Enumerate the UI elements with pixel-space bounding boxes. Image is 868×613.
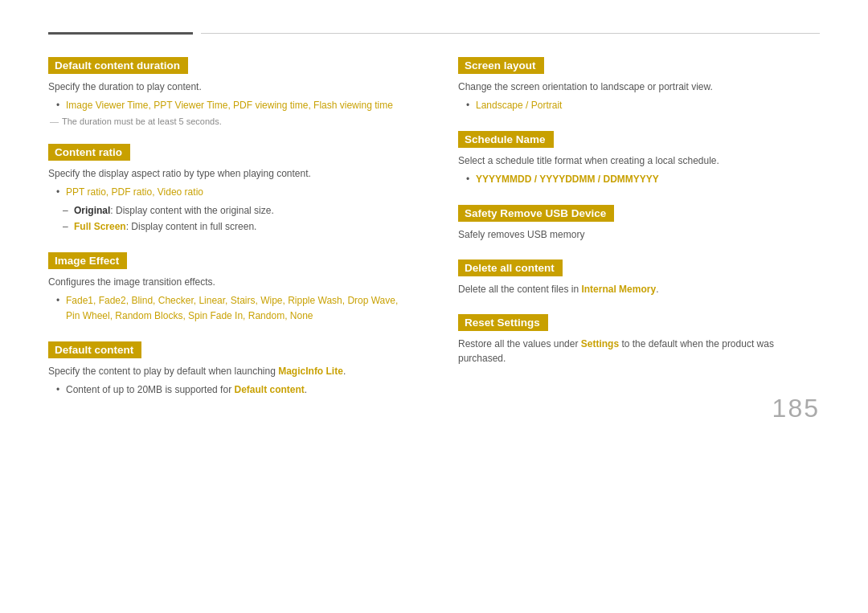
bullet-item-date-formats: YYYYMMDD / YYYYDDMM / DDMMYYYY xyxy=(466,172,820,187)
section-image-effect: Image Effect Configures the image transi… xyxy=(48,252,410,324)
link-settings: Settings xyxy=(581,338,619,349)
bullet-item-ratio: PPT ratio, PDF ratio, Video ratio xyxy=(56,185,410,200)
link-landscape-portrait: Landscape / Portrait xyxy=(476,100,562,111)
section-title-delete-all-content: Delete all content xyxy=(458,260,563,276)
bullet-list-default-content-duration: Image Viewer Time, PPT Viewer Time, PDF … xyxy=(48,98,410,113)
sub-item-original: Original: Display content with the origi… xyxy=(63,203,410,219)
bold-original: Original xyxy=(74,205,110,216)
link-date-formats: YYYYMMDD / YYYYDDMM / DDMMYYYY xyxy=(476,174,659,185)
section-title-screen-layout: Screen layout xyxy=(458,57,544,74)
link-internal-memory: Internal Memory xyxy=(581,284,656,295)
bullet-before: Content of up to 20MB is supported for xyxy=(66,384,234,395)
section-desc-content-ratio: Specify the display aspect ratio by type… xyxy=(48,166,410,181)
section-title-schedule-name: Schedule Name xyxy=(458,131,554,148)
section-desc-screen-layout: Change the screen orientation to landsca… xyxy=(458,80,820,94)
bullet-list-screen-layout: Landscape / Portrait xyxy=(458,98,820,113)
link-magicinfo: MagicInfo Lite xyxy=(278,366,343,377)
section-desc-default-content-duration: Specify the duration to play content. xyxy=(48,80,410,94)
section-schedule-name: Schedule Name Select a schedule title fo… xyxy=(458,131,820,187)
delete-desc-after: . xyxy=(656,284,658,295)
section-title-image-effect: Image Effect xyxy=(48,252,127,269)
link-effects: Fade1, Fade2, Blind, Checker, Linear, St… xyxy=(66,295,398,321)
text-original: : Display content with the original size… xyxy=(110,205,273,216)
bullet-after: . xyxy=(305,384,307,395)
section-default-content-duration: Default content duration Specify the dur… xyxy=(48,57,410,126)
delete-desc-before: Delete all the content files in xyxy=(458,284,581,295)
content-columns: Default content duration Specify the dur… xyxy=(48,57,820,415)
bullet-list-content-ratio: PPT ratio, PDF ratio, Video ratio xyxy=(48,185,410,200)
section-delete-all-content: Delete all content Delete all the conten… xyxy=(458,260,820,296)
section-desc-default-content: Specify the content to play by default w… xyxy=(48,364,410,378)
link-default-content: Default content xyxy=(234,384,304,395)
bullet-item-effects: Fade1, Fade2, Blind, Checker, Linear, St… xyxy=(56,293,410,324)
right-column: Screen layout Change the screen orientat… xyxy=(458,57,820,415)
reset-desc-before: Restore all the values under xyxy=(458,338,581,349)
sub-item-fullscreen: Full Screen: Display content in full scr… xyxy=(63,219,410,235)
section-title-reset-settings: Reset Settings xyxy=(458,314,548,331)
bullet-item-landscape: Landscape / Portrait xyxy=(466,98,820,113)
section-safety-remove-usb: Safety Remove USB Device Safely removes … xyxy=(458,205,820,242)
page-number: 185 xyxy=(772,394,820,423)
section-title-content-ratio: Content ratio xyxy=(48,144,130,161)
text-fullscreen: : Display content in full screen. xyxy=(126,221,257,232)
section-title-default-content: Default content xyxy=(48,341,141,358)
section-screen-layout: Screen layout Change the screen orientat… xyxy=(458,57,820,113)
bullet-list-default-content: Content of up to 20MB is supported for D… xyxy=(48,382,410,398)
divider-right xyxy=(201,33,820,34)
divider-left xyxy=(48,32,193,35)
section-reset-settings: Reset Settings Restore all the values un… xyxy=(458,314,820,366)
top-divider xyxy=(48,32,820,35)
bold-fullscreen: Full Screen xyxy=(74,221,126,232)
section-desc-reset-settings: Restore all the values under Settings to… xyxy=(458,337,820,366)
section-desc-safety-remove-usb: Safely removes USB memory xyxy=(458,227,820,242)
link-ratios: PPT ratio, PDF ratio, Video ratio xyxy=(66,186,203,198)
bullet-item-default-content: Content of up to 20MB is supported for D… xyxy=(56,382,410,398)
sub-list-ratio: Original: Display content with the origi… xyxy=(48,203,410,234)
note-duration: The duration must be at least 5 seconds. xyxy=(48,116,410,126)
bullet-list-schedule-name: YYYYMMDD / YYYYDDMM / DDMMYYYY xyxy=(458,172,820,187)
bullet-list-image-effect: Fade1, Fade2, Blind, Checker, Linear, St… xyxy=(48,293,410,324)
desc-after: . xyxy=(343,366,346,377)
left-column: Default content duration Specify the dur… xyxy=(48,57,410,415)
link-viewer-times: Image Viewer Time, PPT Viewer Time, PDF … xyxy=(66,100,393,111)
section-title-default-content-duration: Default content duration xyxy=(48,57,188,74)
section-content-ratio: Content ratio Specify the display aspect… xyxy=(48,144,410,235)
section-desc-image-effect: Configures the image transition effects. xyxy=(48,275,410,289)
bullet-item: Image Viewer Time, PPT Viewer Time, PDF … xyxy=(56,98,410,113)
section-desc-schedule-name: Select a schedule title format when crea… xyxy=(458,153,820,168)
desc-before: Specify the content to play by default w… xyxy=(48,366,278,377)
page: Default content duration Specify the dur… xyxy=(0,0,868,447)
section-default-content: Default content Specify the content to p… xyxy=(48,341,410,398)
section-title-safety-remove-usb: Safety Remove USB Device xyxy=(458,205,614,222)
section-desc-delete-all-content: Delete all the content files in Internal… xyxy=(458,282,820,296)
